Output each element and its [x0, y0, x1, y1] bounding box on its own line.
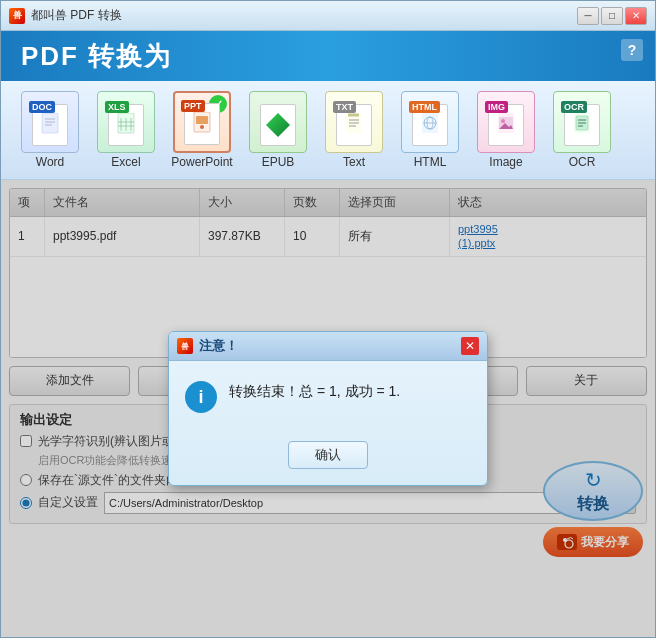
word-icon-inner: DOC: [32, 104, 68, 146]
ppt-label: PowerPoint: [171, 155, 232, 169]
svg-point-15: [200, 125, 204, 129]
dialog-overlay: 兽 注意！ ✕ i 转换结束！总 = 1, 成功 = 1. 确认: [1, 180, 655, 637]
format-epub[interactable]: EPUB: [244, 91, 312, 169]
header-title: PDF 转换为: [21, 39, 172, 74]
dialog-title-left: 兽 注意！: [177, 337, 238, 355]
format-ppt[interactable]: ✓ PPT PowerPoint: [168, 91, 236, 169]
svg-point-26: [501, 119, 505, 123]
word-icon: DOC: [21, 91, 79, 153]
ocr-icon: OCR: [553, 91, 611, 153]
main-content: 项 文件名 大小 页数 选择页面 状态 1 ppt3995.pdf 397.87…: [1, 180, 655, 637]
svg-rect-0: [42, 113, 58, 133]
ppt-icon-inner: PPT: [184, 103, 220, 145]
dialog-titlebar: 兽 注意！ ✕: [169, 332, 487, 361]
header-banner: PDF 转换为 ?: [1, 31, 655, 81]
dialog-title-text: 注意！: [199, 337, 238, 355]
html-label: HTML: [414, 155, 447, 169]
ppt-badge: PPT: [181, 100, 205, 112]
word-label: Word: [36, 155, 64, 169]
html-icon: HTML: [401, 91, 459, 153]
minimize-button[interactable]: ─: [577, 7, 599, 25]
ocr-badge: OCR: [561, 101, 587, 113]
close-button[interactable]: ✕: [625, 7, 647, 25]
ocr-icon-inner: OCR: [564, 104, 600, 146]
format-word[interactable]: DOC Word: [16, 91, 84, 169]
format-image[interactable]: IMG Image: [472, 91, 540, 169]
epub-icon: [249, 91, 307, 153]
image-badge: IMG: [485, 101, 508, 113]
excel-icon: XLS: [97, 91, 155, 153]
word-badge: DOC: [29, 101, 55, 113]
dialog-message: 转换结束！总 = 1, 成功 = 1.: [229, 381, 400, 402]
html-icon-inner: HTML: [412, 104, 448, 146]
window-controls: ─ □ ✕: [577, 7, 647, 25]
main-window: 兽 都叫兽 PDF 转换 ─ □ ✕ PDF 转换为 ? DOC Word: [0, 0, 656, 638]
app-icon: 兽: [9, 8, 25, 24]
info-icon-text: i: [198, 387, 203, 408]
epub-icon-inner: [260, 104, 296, 146]
image-label: Image: [489, 155, 522, 169]
image-icon-inner: IMG: [488, 104, 524, 146]
notice-dialog: 兽 注意！ ✕ i 转换结束！总 = 1, 成功 = 1. 确认: [168, 331, 488, 486]
excel-label: Excel: [111, 155, 140, 169]
window-title: 都叫兽 PDF 转换: [31, 7, 577, 24]
dialog-ok-button[interactable]: 确认: [288, 441, 368, 469]
dialog-title-icon: 兽: [177, 338, 193, 354]
dialog-close-button[interactable]: ✕: [461, 337, 479, 355]
excel-badge: XLS: [105, 101, 129, 113]
help-button[interactable]: ?: [621, 39, 643, 61]
text-icon-inner: TXT: [336, 104, 372, 146]
dialog-footer: 确认: [169, 433, 487, 485]
format-excel[interactable]: XLS Excel: [92, 91, 160, 169]
ocr-label: OCR: [569, 155, 596, 169]
format-html[interactable]: HTML HTML: [396, 91, 464, 169]
format-text[interactable]: TXT Text: [320, 91, 388, 169]
ppt-icon: ✓ PPT: [173, 91, 231, 153]
html-badge: HTML: [409, 101, 440, 113]
text-icon: TXT: [325, 91, 383, 153]
excel-icon-inner: XLS: [108, 104, 144, 146]
text-label: Text: [343, 155, 365, 169]
svg-rect-14: [196, 116, 208, 124]
info-icon: i: [185, 381, 217, 413]
dialog-body: i 转换结束！总 = 1, 成功 = 1.: [169, 361, 487, 433]
maximize-button[interactable]: □: [601, 7, 623, 25]
epub-label: EPUB: [262, 155, 295, 169]
format-toolbar: DOC Word XLS Excel ✓ PPT: [1, 81, 655, 180]
text-badge: TXT: [333, 101, 356, 113]
image-icon: IMG: [477, 91, 535, 153]
format-ocr[interactable]: OCR OCR: [548, 91, 616, 169]
titlebar: 兽 都叫兽 PDF 转换 ─ □ ✕: [1, 1, 655, 31]
